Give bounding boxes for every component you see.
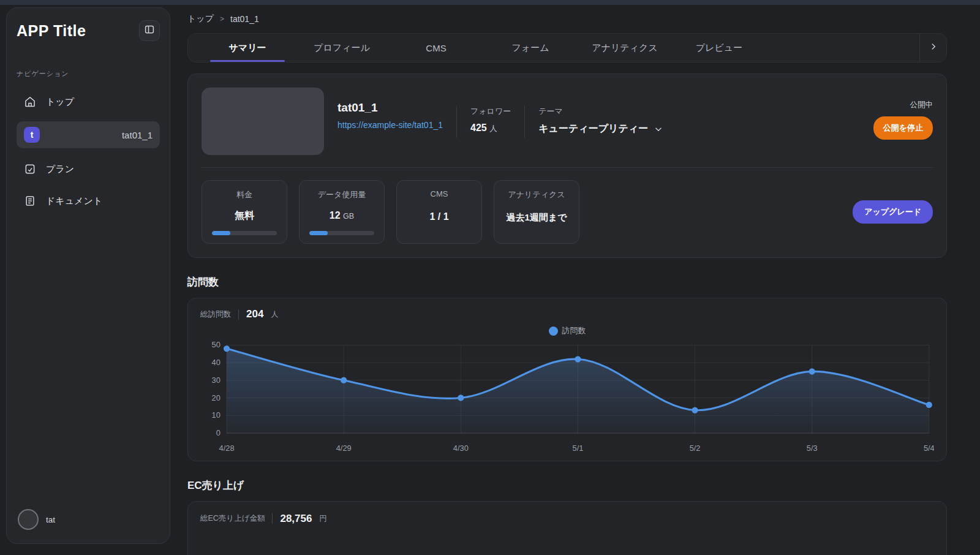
visits-total-value: 204 — [246, 308, 263, 320]
document-icon — [24, 195, 36, 207]
svg-text:4/29: 4/29 — [336, 444, 352, 453]
stat-value: 1 / 1 — [429, 211, 448, 222]
ec-total-unit: 円 — [319, 513, 326, 524]
publish-block: 公開中 公開を停止 — [873, 88, 933, 155]
visits-total: 総訪問数 204 人 — [200, 308, 934, 320]
ec-sales-card: 総EC売り上げ金額 28,756 円 — [187, 501, 947, 555]
tab-analytics[interactable]: アナリティクス — [578, 34, 672, 62]
svg-text:5/2: 5/2 — [690, 444, 701, 453]
site-info: tat01_1 https://example-site/tat01_1 — [337, 88, 443, 155]
stat-unit: GB — [343, 212, 354, 221]
theme-select[interactable]: キューティープリティー — [538, 123, 663, 135]
stat-label: CMS — [431, 189, 448, 198]
stat-value: 過去1週間まで — [506, 212, 567, 224]
sidebar-nav: トップ t tat01_1 プラン ドキュメント — [17, 89, 160, 213]
svg-text:4/30: 4/30 — [453, 444, 469, 453]
theme-value: キューティープリティー — [538, 123, 648, 135]
site-url-link[interactable]: https://example-site/tat01_1 — [337, 120, 443, 130]
breadcrumb: トップ > tat01_1 — [187, 5, 947, 26]
ec-total-label: 総EC売り上げ金額 — [200, 513, 265, 524]
stat-card-analytics: アナリティクス 過去1週間まで — [494, 180, 579, 244]
sidebar-header: APP Title — [17, 20, 160, 41]
publish-status-badge: 公開中 — [910, 100, 933, 110]
sidebar-item-label: プラン — [46, 164, 74, 175]
breadcrumb-root[interactable]: トップ — [187, 13, 214, 25]
site-name: tat01_1 — [337, 101, 443, 115]
sidebar: APP Title ナビゲーション トップ t tat01_1 — [6, 7, 170, 544]
tab-form[interactable]: フォーム — [483, 34, 578, 62]
app-logo[interactable]: APP Title — [17, 22, 86, 40]
user-name: tat — [46, 515, 55, 524]
svg-text:30: 30 — [212, 376, 221, 385]
sidebar-section-label: ナビゲーション — [17, 69, 160, 78]
site-summary-card: tat01_1 https://example-site/tat01_1 フォロ… — [187, 74, 947, 258]
tabs-scroll-right-button[interactable] — [919, 34, 946, 62]
tab-preview[interactable]: プレビュー — [672, 34, 766, 62]
data-usage-progress-bar — [309, 231, 374, 235]
site-profile-row: tat01_1 https://example-site/tat01_1 フォロ… — [202, 88, 933, 155]
tab-profile[interactable]: プロフィール — [295, 34, 389, 62]
svg-text:5/4: 5/4 — [924, 444, 934, 453]
sidebar-item-site[interactable]: t tat01_1 — [17, 121, 160, 148]
visits-chart-card: 総訪問数 204 人 訪問数 010203040504/284/294/305/… — [187, 298, 947, 461]
followers-block: フォロワー 425 人 — [470, 88, 511, 155]
stat-value: 無料 — [235, 210, 254, 222]
legend-dot-icon — [549, 327, 558, 336]
sidebar-item-label: トップ — [46, 96, 74, 108]
svg-text:5/1: 5/1 — [573, 444, 584, 453]
visits-total-label: 総訪問数 — [200, 309, 231, 320]
followers-unit: 人 — [489, 124, 497, 133]
svg-text:4/28: 4/28 — [219, 444, 235, 453]
stop-publish-button[interactable]: 公開を停止 — [873, 116, 933, 140]
tab-bar: サマリー プロフィール CMS フォーム アナリティクス プレビュー — [187, 33, 947, 62]
visits-total-unit: 人 — [271, 309, 278, 320]
user-chip[interactable]: tat — [18, 509, 55, 530]
panel-left-icon — [144, 24, 155, 37]
svg-text:10: 10 — [212, 410, 221, 420]
window-top-strip — [0, 0, 980, 5]
chevron-right-icon — [929, 42, 938, 53]
plan-icon — [24, 163, 36, 175]
user-avatar — [18, 509, 39, 530]
upgrade-button[interactable]: アップグレード — [853, 200, 933, 224]
chart-legend: 訪問数 — [200, 325, 934, 336]
followers-value: 425 — [470, 123, 487, 133]
ec-total-value: 28,756 — [280, 513, 312, 525]
theme-block: テーマ キューティープリティー — [538, 88, 663, 155]
svg-text:0: 0 — [216, 428, 221, 437]
visits-line-chart: 010203040504/284/294/305/15/25/35/4 — [200, 338, 934, 456]
stat-label: 料金 — [236, 189, 252, 200]
main-content: トップ > tat01_1 サマリー プロフィール CMS フォーム アナリティ… — [187, 5, 947, 555]
followers-label: フォロワー — [470, 106, 511, 117]
stat-card-data-usage: データ使用量 12 GB — [299, 180, 385, 244]
theme-label: テーマ — [538, 106, 663, 117]
divider — [524, 106, 525, 138]
breadcrumb-separator: > — [220, 15, 224, 23]
breadcrumb-current: tat01_1 — [230, 14, 259, 24]
divider — [238, 309, 239, 320]
tabs: サマリー プロフィール CMS フォーム アナリティクス プレビュー — [188, 34, 919, 62]
ec-section-title: EC売り上げ — [187, 478, 947, 493]
sidebar-item-plan[interactable]: プラン — [17, 157, 160, 181]
sidebar-item-label: ドキュメント — [46, 195, 102, 207]
visits-section-title: 訪問数 — [187, 275, 947, 289]
legend-label: 訪問数 — [562, 325, 586, 336]
divider — [202, 167, 933, 168]
divider — [272, 513, 273, 524]
plan-progress-bar — [212, 231, 277, 235]
sidebar-item-label: tat01_1 — [122, 130, 153, 140]
stat-label: データ使用量 — [318, 189, 366, 200]
stats-row: 料金 無料 データ使用量 12 GB CMS 1 / 1 — [202, 180, 933, 244]
sidebar-item-documents[interactable]: ドキュメント — [17, 189, 160, 213]
tab-cms[interactable]: CMS — [389, 34, 483, 62]
sidebar-item-top[interactable]: トップ — [17, 89, 160, 114]
tab-summary[interactable]: サマリー — [200, 34, 295, 62]
home-icon — [24, 96, 36, 108]
site-thumbnail — [202, 88, 324, 155]
svg-text:20: 20 — [212, 393, 221, 402]
svg-text:40: 40 — [212, 358, 221, 367]
sidebar-collapse-button[interactable] — [139, 20, 160, 41]
stat-label: アナリティクス — [508, 189, 565, 200]
site-badge-icon: t — [24, 127, 40, 143]
svg-text:50: 50 — [212, 340, 221, 349]
